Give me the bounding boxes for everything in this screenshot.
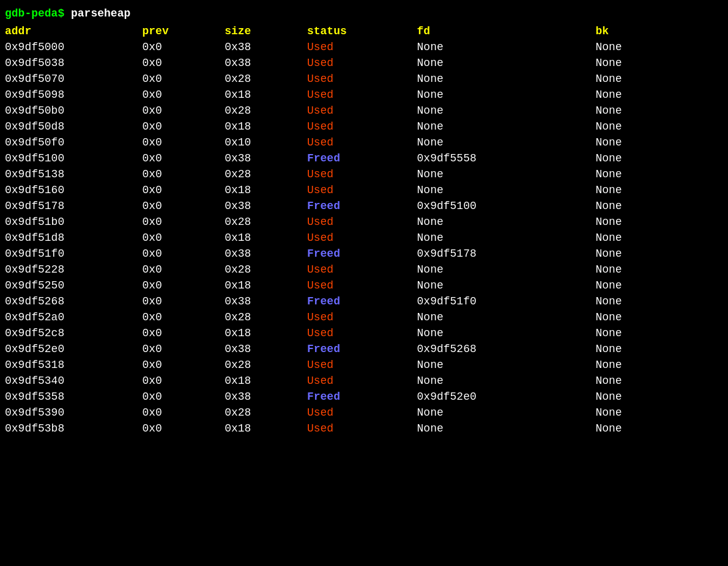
cell-prev: 0x0 <box>138 150 220 166</box>
cell-prev: 0x0 <box>138 134 220 150</box>
table-row: 0x9df50380x00x38UsedNoneNone <box>0 55 728 71</box>
cell-status: Used <box>302 119 412 134</box>
cell-addr: 0x9df5070 <box>0 71 138 87</box>
header-addr: addr <box>0 23 138 39</box>
cell-addr: 0x9df53b8 <box>0 421 138 436</box>
cell-prev: 0x0 <box>138 198 220 214</box>
cell-fd: None <box>412 325 591 341</box>
cell-size: 0x18 <box>220 87 302 103</box>
cell-size: 0x28 <box>220 405 302 421</box>
status-badge: Used <box>307 311 333 323</box>
table-row: 0x9df51780x00x38Freed0x9df5100None <box>0 198 728 214</box>
cell-bk: None <box>590 277 728 293</box>
cell-addr: 0x9df5178 <box>0 198 138 214</box>
cell-size: 0x28 <box>220 262 302 277</box>
cell-prev: 0x0 <box>138 55 220 71</box>
cell-prev: 0x0 <box>138 119 220 134</box>
table-row: 0x9df51380x00x28UsedNoneNone <box>0 166 728 182</box>
table-row: 0x9df51b00x00x28UsedNoneNone <box>0 214 728 230</box>
status-badge: Freed <box>307 200 340 212</box>
cell-fd: None <box>412 357 591 373</box>
cell-prev: 0x0 <box>138 357 220 373</box>
cell-status: Used <box>302 421 412 436</box>
cell-status: Used <box>302 103 412 119</box>
cell-bk: None <box>590 230 728 246</box>
cell-size: 0x38 <box>220 246 302 262</box>
cell-size: 0x28 <box>220 309 302 325</box>
cell-bk: None <box>590 198 728 214</box>
status-badge: Used <box>307 120 333 133</box>
cell-status: Used <box>302 325 412 341</box>
status-badge: Used <box>307 105 333 117</box>
cell-fd: None <box>412 119 591 134</box>
cell-fd: None <box>412 87 591 103</box>
cell-prev: 0x0 <box>138 341 220 357</box>
cell-addr: 0x9df5100 <box>0 150 138 166</box>
cell-status: Used <box>302 39 412 55</box>
cell-prev: 0x0 <box>138 103 220 119</box>
table-row: 0x9df52a00x00x28UsedNoneNone <box>0 309 728 325</box>
cell-size: 0x38 <box>220 341 302 357</box>
cell-prev: 0x0 <box>138 71 220 87</box>
cell-status: Freed <box>302 150 412 166</box>
cell-fd: None <box>412 39 591 55</box>
cell-status: Used <box>302 230 412 246</box>
cell-bk: None <box>590 246 728 262</box>
table-row: 0x9df53400x00x18UsedNoneNone <box>0 373 728 389</box>
table-row: 0x9df50b00x00x28UsedNoneNone <box>0 103 728 119</box>
table-body: 0x9df50000x00x38UsedNoneNone0x9df50380x0… <box>0 39 728 436</box>
cell-prev: 0x0 <box>138 389 220 405</box>
cell-status: Freed <box>302 389 412 405</box>
cell-status: Used <box>302 134 412 150</box>
table-row: 0x9df51600x00x18UsedNoneNone <box>0 182 728 198</box>
cell-status: Freed <box>302 198 412 214</box>
cell-prev: 0x0 <box>138 293 220 309</box>
table-row: 0x9df50d80x00x18UsedNoneNone <box>0 119 728 134</box>
header-prev: prev <box>138 23 220 39</box>
cell-bk: None <box>590 389 728 405</box>
cell-prev: 0x0 <box>138 373 220 389</box>
cell-prev: 0x0 <box>138 405 220 421</box>
cell-bk: None <box>590 262 728 277</box>
cell-addr: 0x9df52e0 <box>0 341 138 357</box>
cell-fd: None <box>412 55 591 71</box>
header-bk: bk <box>590 23 728 39</box>
cell-addr: 0x9df5358 <box>0 389 138 405</box>
table-row: 0x9df51f00x00x38Freed0x9df5178None <box>0 246 728 262</box>
cell-bk: None <box>590 87 728 103</box>
cell-size: 0x38 <box>220 150 302 166</box>
table-row: 0x9df50f00x00x10UsedNoneNone <box>0 134 728 150</box>
cell-size: 0x18 <box>220 325 302 341</box>
cell-prev: 0x0 <box>138 421 220 436</box>
cell-addr: 0x9df5318 <box>0 357 138 373</box>
status-badge: Used <box>307 359 333 371</box>
cell-fd: None <box>412 214 591 230</box>
cell-fd: None <box>412 134 591 150</box>
cell-size: 0x18 <box>220 373 302 389</box>
cell-size: 0x10 <box>220 134 302 150</box>
status-badge: Used <box>307 422 333 435</box>
prompt-gdb: gdb-peda$ <box>5 7 64 20</box>
table-header-row: addr prev size status fd bk <box>0 23 728 39</box>
cell-status: Freed <box>302 293 412 309</box>
table-row: 0x9df52e00x00x38Freed0x9df5268None <box>0 341 728 357</box>
cell-status: Used <box>302 71 412 87</box>
cell-status: Used <box>302 309 412 325</box>
cell-bk: None <box>590 325 728 341</box>
cell-fd: None <box>412 421 591 436</box>
status-badge: Used <box>307 136 333 149</box>
cell-status: Used <box>302 277 412 293</box>
cell-fd: None <box>412 309 591 325</box>
cell-bk: None <box>590 39 728 55</box>
cell-bk: None <box>590 373 728 389</box>
cell-addr: 0x9df5000 <box>0 39 138 55</box>
cell-status: Used <box>302 182 412 198</box>
cell-prev: 0x0 <box>138 87 220 103</box>
cell-fd: 0x9df52e0 <box>412 389 591 405</box>
cell-status: Used <box>302 357 412 373</box>
cell-addr: 0x9df50f0 <box>0 134 138 150</box>
status-badge: Freed <box>307 295 340 307</box>
cell-fd: None <box>412 405 591 421</box>
table-row: 0x9df50000x00x38UsedNoneNone <box>0 39 728 55</box>
status-badge: Used <box>307 89 333 101</box>
